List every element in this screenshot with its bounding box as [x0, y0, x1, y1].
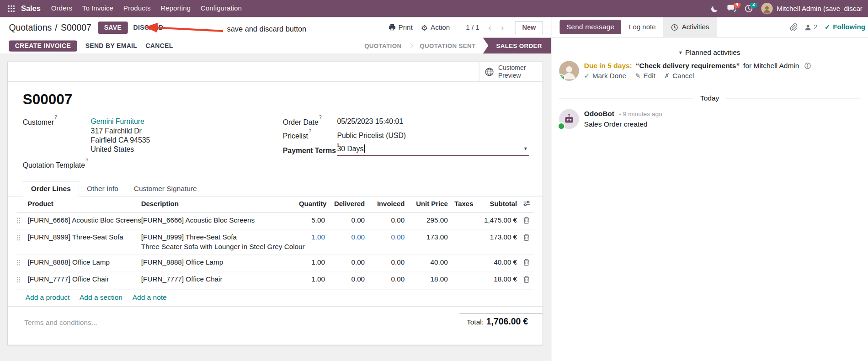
form-area: Customer Preview S00007 Customer? Gemini…: [0, 54, 551, 361]
cell-unit-price[interactable]: 18.00: [407, 272, 450, 287]
menu-configuration[interactable]: Configuration: [196, 0, 247, 17]
apps-grid-icon: [8, 5, 15, 12]
send-message-button[interactable]: Send message: [559, 20, 621, 34]
drag-handle-icon[interactable]: [16, 230, 25, 247]
drag-handle-icon[interactable]: [16, 255, 25, 271]
cell-taxes[interactable]: [450, 213, 477, 218]
menu-orders[interactable]: Orders: [46, 0, 77, 17]
save-button[interactable]: SAVE: [98, 21, 128, 34]
delete-row-button[interactable]: [519, 213, 533, 229]
cell-unit-price[interactable]: 40.00: [407, 255, 450, 270]
add-note-link[interactable]: Add a note: [133, 293, 167, 302]
cell-invoiced[interactable]: 0.00: [367, 255, 407, 270]
customer-value[interactable]: Gemini Furniture 317 Fairchild Dr Fairfi…: [91, 117, 150, 154]
menu-products[interactable]: Products: [118, 0, 156, 17]
header-unit-price: Unit Price: [407, 196, 450, 212]
new-button[interactable]: New: [515, 21, 543, 34]
cell-subtotal: 18.00 €: [477, 272, 519, 287]
followers-button[interactable]: 2: [804, 23, 817, 31]
delete-row-button[interactable]: [519, 272, 533, 289]
delete-row-button[interactable]: [519, 255, 533, 271]
date-divider: Today: [559, 94, 860, 102]
app-name[interactable]: Sales: [21, 5, 41, 13]
cell-delivered[interactable]: 0.00: [327, 230, 367, 245]
cell-quantity[interactable]: 1.00: [297, 230, 327, 245]
cell-product[interactable]: [FURN_6666] Acoustic Bloc Screens: [26, 213, 139, 228]
activities-clock-icon[interactable]: 2: [745, 5, 753, 13]
stage-sales-order[interactable]: SALES ORDER: [483, 37, 551, 53]
tab-customer-signature[interactable]: Customer Signature: [126, 181, 205, 196]
attachments-button[interactable]: [789, 23, 797, 31]
message-author[interactable]: OdooBot: [584, 110, 614, 118]
cell-description[interactable]: [FURN_8999] Three-Seat Sofa Three Seater…: [139, 230, 297, 255]
pricelist-value[interactable]: Public Pricelist (USD): [337, 131, 406, 139]
cell-taxes[interactable]: [450, 272, 477, 278]
cell-subtotal: 1,475.00 €: [477, 213, 519, 228]
cell-invoiced[interactable]: 0.00: [367, 272, 407, 287]
customer-preview-button[interactable]: Customer Preview: [479, 62, 536, 81]
cell-unit-price[interactable]: 173.00: [407, 230, 450, 245]
cell-description[interactable]: [FURN_8888] Office Lamp: [139, 255, 297, 270]
payment-terms-input[interactable]: 30 Days ▾: [337, 142, 529, 156]
drag-handle-icon[interactable]: [16, 272, 25, 289]
user-menu[interactable]: Mitchell Admin (save_discar: [761, 3, 863, 14]
apps-menu-button[interactable]: [5, 0, 18, 17]
cell-product[interactable]: [FURN_8999] Three-Seat Sofa: [26, 230, 139, 245]
add-section-link[interactable]: Add a section: [80, 293, 122, 302]
cell-invoiced[interactable]: 0.00: [367, 213, 407, 228]
cell-delivered[interactable]: 0.00: [327, 272, 367, 287]
sheet-bottom-row: Terms and conditions... Total: 1,706.00 …: [8, 313, 543, 326]
cell-quantity[interactable]: 5.00: [297, 213, 327, 228]
info-icon[interactable]: [804, 63, 811, 69]
pager-previous-icon[interactable]: ‹: [488, 23, 492, 32]
cell-invoiced[interactable]: 0.00: [367, 230, 407, 245]
cell-product[interactable]: [FURN_8888] Office Lamp: [26, 255, 139, 270]
cell-delivered[interactable]: 0.00: [327, 213, 367, 228]
breadcrumb-quotations[interactable]: Quotations: [9, 22, 52, 32]
activities-tab[interactable]: Activities: [663, 17, 717, 37]
stage-quotation[interactable]: QUOTATION: [357, 42, 409, 49]
planned-activities-header[interactable]: ▾ Planned activities: [551, 48, 868, 56]
drag-handle-icon[interactable]: [16, 213, 25, 229]
cancel-button[interactable]: CANCEL: [145, 42, 173, 49]
message-timestamp: - 9 minutes ago: [619, 111, 662, 117]
order-date-value[interactable]: 05/25/2023 15:40:01: [337, 117, 403, 126]
cell-quantity[interactable]: 1.00: [297, 255, 327, 270]
payment-terms-dropdown-icon[interactable]: ▾: [524, 145, 529, 151]
follower-person-icon: [804, 23, 811, 31]
mark-done-button[interactable]: ✓ Mark Done: [584, 72, 626, 80]
user-avatar: [761, 3, 772, 14]
stage-quotation-sent[interactable]: QUOTATION SENT: [413, 42, 483, 49]
optional-columns-button[interactable]: [519, 196, 533, 212]
dark-mode-moon-icon[interactable]: [711, 5, 719, 12]
discard-button[interactable]: DISCARD: [133, 24, 163, 31]
cell-description[interactable]: [FURN_6666] Acoustic Bloc Screens: [139, 213, 297, 228]
cell-taxes[interactable]: [450, 230, 477, 236]
customer-name-link[interactable]: Gemini Furniture: [91, 117, 144, 126]
menu-to-invoice[interactable]: To Invoice: [77, 0, 118, 17]
pager-next-icon[interactable]: ›: [500, 23, 504, 32]
menu-reporting[interactable]: Reporting: [155, 0, 195, 17]
edit-activity-button[interactable]: ✎ Edit: [635, 72, 655, 80]
terms-and-conditions-placeholder[interactable]: Terms and conditions...: [24, 313, 97, 326]
cell-taxes[interactable]: [450, 255, 477, 260]
tab-other-info[interactable]: Other Info: [79, 181, 126, 196]
cell-product[interactable]: [FURN_7777] Office Chair: [26, 272, 139, 287]
cancel-activity-button[interactable]: ✗ Cancel: [664, 72, 694, 80]
create-invoice-button[interactable]: CREATE INVOICE: [9, 40, 77, 51]
help-marker: ?: [309, 128, 311, 134]
following-button[interactable]: ✓ Following: [825, 23, 865, 31]
cell-description[interactable]: [FURN_7777] Office Chair: [139, 272, 297, 287]
tab-order-lines[interactable]: Order Lines: [23, 181, 79, 196]
log-note-button[interactable]: Log note: [629, 23, 656, 31]
cell-unit-price[interactable]: 295.00: [407, 213, 450, 228]
send-by-email-button[interactable]: SEND BY EMAIL: [85, 42, 138, 49]
cell-quantity[interactable]: 1.00: [297, 272, 327, 287]
action-button[interactable]: ⚙ Action: [421, 23, 450, 31]
form-tabs: Order Lines Other Info Customer Signatur…: [8, 181, 543, 196]
print-button[interactable]: Print: [389, 23, 413, 31]
cell-delivered[interactable]: 0.00: [327, 255, 367, 270]
add-product-link[interactable]: Add a product: [26, 293, 70, 302]
delete-row-button[interactable]: [519, 230, 533, 247]
messages-icon[interactable]: 4: [727, 5, 736, 13]
